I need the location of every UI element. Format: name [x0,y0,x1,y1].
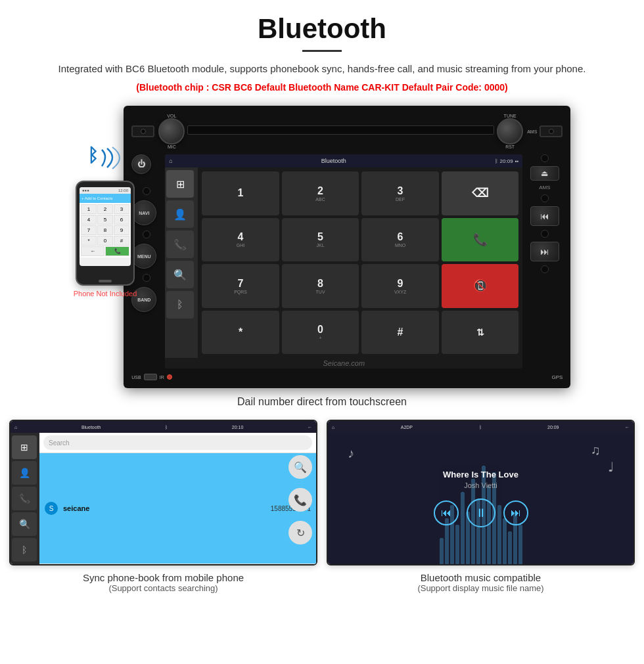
pb-call-action-btn[interactable]: 📞 [288,488,312,512]
sidebar-search-btn[interactable]: 🔍 [166,261,194,288]
keypad-grid: 1 2ABC 3DEF ⌫ 4GHI 5JKL 6MNO 📞 7PQRS 8TU… [202,171,518,354]
vis-bar-14 [508,531,512,564]
vis-bar-16 [518,525,522,564]
dialer-keypad: 1 2ABC 3DEF ⌫ 4GHI 5JKL 6MNO 📞 7PQRS 8TU… [198,167,522,358]
pb-search-btn[interactable]: 🔍 [12,512,37,536]
bracket-hole-left-3 [143,274,150,282]
dialer-key-4[interactable]: 4 [81,215,97,225]
key-del[interactable]: ⌫ [442,171,519,215]
music-play-btn[interactable]: ⏸ [467,498,495,527]
key-7[interactable]: 7PQRS [202,264,279,308]
key-3[interactable]: 3DEF [361,171,439,215]
pb-bt-icon: ᛒ [165,425,168,430]
pb-call-btn[interactable]: 📞 [12,487,37,510]
phone-mockup: ●●● 12:00 + Add to Contacts 1 2 3 4 5 6 [76,181,135,286]
dialer-call-btn[interactable]: 📞 [105,246,129,256]
dialer-key-3[interactable]: 3 [114,204,129,214]
dialer-key-star[interactable]: * [81,236,97,246]
phone-side: ᛒ ●●● 12:00 + Add to Contacts [74,145,137,298]
dialer-key-1[interactable]: 1 [81,204,97,214]
key-0[interactable]: 0+ [282,311,359,355]
ams-label: AMS [527,129,537,134]
pb-sidebar: ⊞ 👤 📞 🔍 ᛒ [11,433,39,564]
page-title: Bluetooth [26,13,618,45]
music-prev-btn[interactable]: ⏮ [434,500,459,525]
pb-bt-btn[interactable]: ᛒ [12,538,37,562]
skip-back-button[interactable]: ⏮ [530,206,559,226]
music-home-icon[interactable]: ⌂ [332,425,334,430]
phone-not-included-label: Phone Not Included [74,290,137,298]
header-specs: (Bluetooth chip : CSR BC6 Default Blueto… [26,82,618,93]
music-screen: ⌂ A2DP ᛒ 20:09 ← [327,420,635,565]
dialer-key-0[interactable]: 0 [97,236,113,246]
music-caption: Bluetooth music compatible (Support disp… [417,572,543,593]
music-note-1: ♪ [348,446,354,461]
dialer-key-8[interactable]: 8 [97,225,113,235]
phonebook-panel: ⌂ Bluetooth ᛒ 20:10 ← ⊞ 👤 📞 🔍 ᛒ [9,420,317,593]
radio-top-bar: VOL MIC TUNE RST AMS [131,114,563,149]
bracket-hole-right [549,129,554,134]
music-song-title: Where Is The Love [434,470,528,479]
key-star[interactable]: * [202,311,279,355]
dialer-key-back[interactable]: ← [81,246,105,256]
dialer-key-7[interactable]: 7 [81,225,97,235]
ir-sensor [167,374,172,380]
main-image-section: ᛒ ●●● 12:00 + Add to Contacts [0,99,644,388]
skip-fwd-button[interactable]: ⏭ [530,242,559,261]
sidebar-bt-btn[interactable]: ᛒ [166,291,194,319]
bracket-hole-left-2 [143,231,150,238]
music-back-icon[interactable]: ← [625,425,630,430]
pb-back-icon[interactable]: ← [308,425,312,430]
bracket-hole-right-1 [541,154,549,162]
pb-refresh-action-btn[interactable]: ↻ [288,521,312,544]
music-next-btn[interactable]: ⏭ [503,500,528,525]
title-divider [302,50,342,52]
header-description: Integrated with BC6 Bluetooth module, su… [26,61,618,77]
key-8[interactable]: 8TUV [282,264,359,308]
bracket-hole-right-4 [541,265,549,273]
pb-grid-btn[interactable]: ⊞ [12,435,37,459]
phonebook-caption-sub: (Support contacts searching) [83,583,244,593]
dialer-key-9[interactable]: 9 [114,225,129,235]
pb-content: Search S seicane 15885554271 🔍 📞 ↻ [39,433,316,564]
sidebar-call-btn[interactable]: 📞 [166,231,194,258]
key-2[interactable]: 2ABC [282,171,359,215]
radio-bottom-bar: USB IR GPS [131,374,563,380]
radio-right-buttons: ⏏ AMS ⏮ ⏭ [526,154,563,368]
page-header: Bluetooth Integrated with BC6 Bluetooth … [0,0,644,99]
key-4[interactable]: 4GHI [202,218,279,262]
tune-knob[interactable] [497,118,523,144]
pb-contacts-btn[interactable]: 👤 [12,461,37,485]
rst-label: RST [505,144,515,149]
key-9[interactable]: 9VXYZ [361,264,439,308]
dialer-key-2[interactable]: 2 [97,204,113,214]
pb-search-box[interactable]: Search [43,435,312,450]
key-call-reject[interactable]: 📵 [442,264,519,308]
pb-title: Bluetooth [81,425,101,430]
eject-button[interactable]: ⏏ [530,166,559,181]
key-call-accept[interactable]: 📞 [442,218,519,262]
dialer-key-hash[interactable]: # [114,236,129,246]
home-icon[interactable]: ⌂ [169,158,172,164]
vol-knob[interactable] [158,118,185,144]
main-caption: Dail number direct from touchscreen [0,388,644,410]
sidebar-grid-btn[interactable]: ⊞ [166,170,194,198]
pb-search-action-btn[interactable]: 🔍 [288,455,312,479]
pb-contact-row[interactable]: S seicane 15885554271 [39,453,316,564]
key-1[interactable]: 1 [202,171,279,215]
sidebar-contacts-btn[interactable]: 👤 [166,200,194,228]
dialer-key-6[interactable]: 6 [114,215,129,225]
music-note-2: ♫ [591,443,601,458]
usb-port[interactable] [144,374,157,380]
key-5[interactable]: 5JKL [282,218,359,262]
cd-slot [187,125,494,135]
battery-icon: ▪▪ [515,158,519,164]
car-radio-wrapper: VOL MIC TUNE RST AMS [124,106,570,388]
key-transfer[interactable]: ⇅ [442,311,519,355]
dialer-key-5[interactable]: 5 [97,215,113,225]
phone-home-button[interactable] [99,280,112,282]
key-hash[interactable]: # [361,311,439,355]
bracket-hole-right-2 [541,194,549,202]
key-6[interactable]: 6MNO [361,218,439,262]
pb-home-icon[interactable]: ⌂ [14,425,17,430]
